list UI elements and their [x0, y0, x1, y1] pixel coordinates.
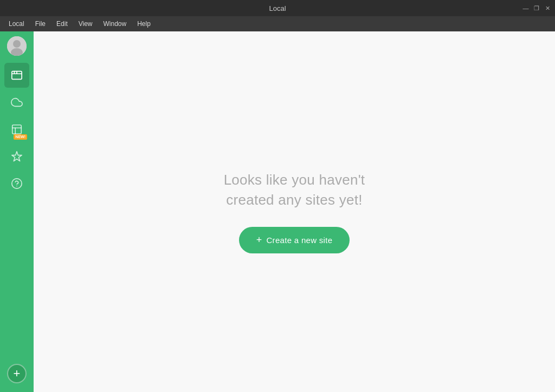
- title-bar: Local — ❐ ✕: [0, 0, 555, 16]
- window-controls: — ❐ ✕: [522, 5, 551, 11]
- maximize-button[interactable]: ❐: [533, 5, 540, 11]
- new-badge: NEW!: [14, 134, 27, 140]
- plus-icon: +: [256, 234, 262, 246]
- sidebar-item-help[interactable]: [4, 171, 29, 196]
- main-content: Looks like you haven't created any sites…: [34, 31, 555, 392]
- menu-edit[interactable]: Edit: [52, 18, 72, 29]
- svg-point-10: [12, 179, 22, 188]
- window-title: Local: [269, 4, 286, 12]
- sidebar-avatar[interactable]: [4, 36, 29, 61]
- minimize-button[interactable]: —: [522, 5, 529, 11]
- menu-window[interactable]: Window: [99, 18, 131, 29]
- sidebar: NEW! +: [0, 31, 34, 392]
- create-site-label: Create a new site: [266, 236, 332, 245]
- menu-file[interactable]: File: [31, 18, 50, 29]
- app-body: NEW! +: [0, 31, 555, 392]
- menu-local[interactable]: Local: [4, 18, 29, 29]
- sidebar-top: NEW!: [4, 36, 29, 364]
- sidebar-item-addons[interactable]: [4, 144, 29, 169]
- menu-view[interactable]: View: [74, 18, 97, 29]
- svg-point-1: [13, 40, 21, 48]
- menu-bar: Local File Edit View Window Help: [0, 16, 555, 31]
- menu-help[interactable]: Help: [133, 18, 155, 29]
- sidebar-item-sites[interactable]: [4, 63, 29, 88]
- empty-state-message: Looks like you haven't created any sites…: [224, 170, 365, 210]
- sidebar-item-cloud[interactable]: [4, 90, 29, 115]
- add-site-button[interactable]: +: [7, 364, 27, 383]
- app-window: Local — ❐ ✕ Local File Edit View Window …: [0, 0, 555, 392]
- svg-rect-7: [12, 125, 22, 134]
- close-button[interactable]: ✕: [544, 5, 551, 11]
- avatar: [7, 36, 27, 56]
- sidebar-bottom: +: [7, 364, 27, 388]
- sidebar-item-snapshots[interactable]: NEW!: [4, 117, 29, 142]
- create-new-site-button[interactable]: + Create a new site: [239, 227, 350, 253]
